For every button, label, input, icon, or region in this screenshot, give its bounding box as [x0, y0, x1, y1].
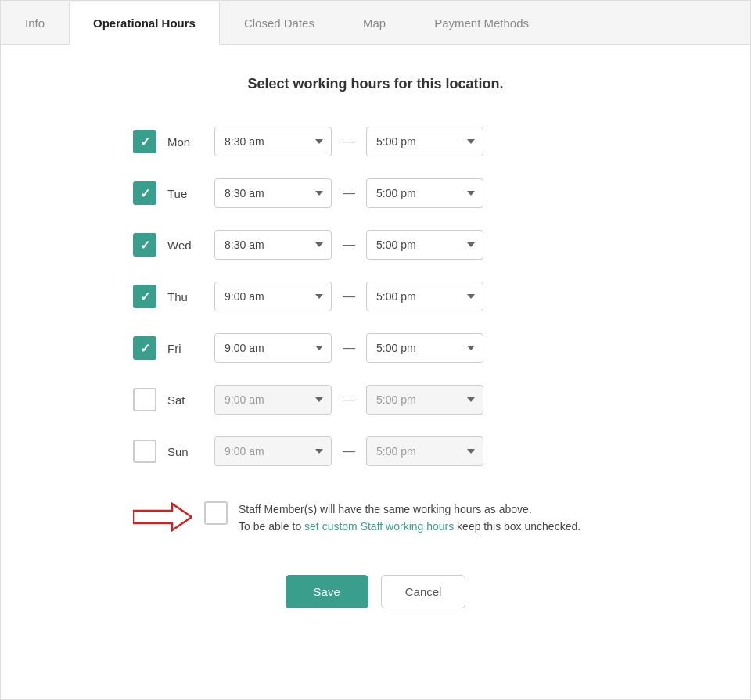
- day-label-sun: Sun: [167, 445, 214, 458]
- staff-custom-hours-link[interactable]: set custom Staff working hours: [304, 520, 454, 533]
- end-time-fri[interactable]: 8:00 am8:30 am9:00 am9:30 am10:00 am10:3…: [366, 333, 483, 363]
- checkbox-sat[interactable]: [133, 388, 156, 411]
- dash-sat: —: [343, 393, 355, 407]
- day-label-mon: Mon: [167, 135, 214, 149]
- day-label-wed: Wed: [167, 239, 214, 252]
- staff-text-line1: Staff Member(s) will have the same worki…: [239, 501, 580, 518]
- end-time-mon[interactable]: 8:00 am8:30 am9:00 am9:30 am10:00 am10:3…: [366, 127, 483, 156]
- start-time-sat[interactable]: 8:00 am8:30 am9:00 am9:30 am10:00 am10:3…: [214, 385, 332, 415]
- day-rows: Mon8:00 am8:30 am9:00 am9:30 am10:00 am1…: [133, 116, 618, 477]
- dash-thu: —: [343, 289, 355, 303]
- checkbox-wed[interactable]: [133, 233, 156, 257]
- day-row-tue: Tue8:00 am8:30 am9:00 am9:30 am10:00 am1…: [133, 167, 618, 219]
- tab-map[interactable]: Map: [339, 2, 410, 45]
- staff-text-line2: To be able to set custom Staff working h…: [239, 518, 580, 535]
- start-time-sun[interactable]: 8:00 am8:30 am9:00 am9:30 am10:00 am10:3…: [214, 436, 332, 466]
- day-row-mon: Mon8:00 am8:30 am9:00 am9:30 am10:00 am1…: [133, 116, 618, 167]
- staff-text: Staff Member(s) will have the same worki…: [239, 501, 580, 536]
- save-button[interactable]: Save: [286, 575, 368, 608]
- start-time-mon[interactable]: 8:00 am8:30 am9:00 am9:30 am10:00 am10:3…: [214, 127, 332, 156]
- checkbox-sun[interactable]: [133, 440, 156, 463]
- start-time-wed[interactable]: 8:00 am8:30 am9:00 am9:30 am10:00 am10:3…: [214, 230, 332, 260]
- arrow-indicator: [133, 502, 192, 532]
- tab-payment-methods[interactable]: Payment Methods: [410, 2, 553, 45]
- start-time-thu[interactable]: 8:00 am8:30 am9:00 am9:30 am10:00 am10:3…: [214, 282, 332, 311]
- staff-section: Staff Member(s) will have the same worki…: [133, 501, 618, 536]
- button-row: Save Cancel: [48, 575, 703, 608]
- checkbox-mon[interactable]: [133, 130, 156, 153]
- checkbox-fri[interactable]: [133, 336, 156, 360]
- end-time-sat[interactable]: 8:00 am8:30 am9:00 am9:30 am10:00 am10:3…: [366, 385, 483, 415]
- dash-wed: —: [343, 238, 355, 252]
- day-row-sun: Sun8:00 am8:30 am9:00 am9:30 am10:00 am1…: [133, 425, 618, 477]
- start-time-fri[interactable]: 8:00 am8:30 am9:00 am9:30 am10:00 am10:3…: [214, 333, 332, 363]
- end-time-thu[interactable]: 8:00 am8:30 am9:00 am9:30 am10:00 am10:3…: [366, 282, 483, 311]
- checkbox-tue[interactable]: [133, 181, 156, 205]
- tab-bar: Info Operational Hours Closed Dates Map …: [1, 1, 750, 45]
- day-row-wed: Wed8:00 am8:30 am9:00 am9:30 am10:00 am1…: [133, 219, 618, 271]
- checkbox-thu[interactable]: [133, 285, 156, 308]
- tab-info[interactable]: Info: [1, 2, 69, 45]
- end-time-sun[interactable]: 8:00 am8:30 am9:00 am9:30 am10:00 am10:3…: [366, 436, 483, 466]
- app-container: Info Operational Hours Closed Dates Map …: [0, 0, 751, 700]
- end-time-tue[interactable]: 8:00 am8:30 am9:00 am9:30 am10:00 am10:3…: [366, 178, 483, 208]
- day-label-thu: Thu: [167, 290, 214, 303]
- day-label-fri: Fri: [167, 342, 214, 355]
- tab-closed-dates[interactable]: Closed Dates: [220, 2, 339, 45]
- dash-sun: —: [343, 444, 355, 458]
- dash-mon: —: [343, 135, 355, 149]
- staff-same-hours-checkbox[interactable]: [204, 501, 228, 525]
- dash-fri: —: [343, 341, 355, 355]
- tab-operational-hours[interactable]: Operational Hours: [69, 2, 220, 45]
- start-time-tue[interactable]: 8:00 am8:30 am9:00 am9:30 am10:00 am10:3…: [214, 178, 332, 208]
- day-row-thu: Thu8:00 am8:30 am9:00 am9:30 am10:00 am1…: [133, 271, 618, 322]
- cancel-button[interactable]: Cancel: [381, 575, 466, 608]
- day-row-sat: Sat8:00 am8:30 am9:00 am9:30 am10:00 am1…: [133, 374, 618, 425]
- section-title: Select working hours for this location.: [48, 76, 703, 92]
- arrow-icon: [133, 502, 192, 532]
- dash-tue: —: [343, 186, 355, 200]
- svg-marker-0: [133, 504, 192, 530]
- end-time-wed[interactable]: 8:00 am8:30 am9:00 am9:30 am10:00 am10:3…: [366, 230, 483, 260]
- day-label-tue: Tue: [167, 187, 214, 200]
- content-area: Select working hours for this location. …: [1, 45, 750, 648]
- day-label-sat: Sat: [167, 393, 214, 407]
- day-row-fri: Fri8:00 am8:30 am9:00 am9:30 am10:00 am1…: [133, 322, 618, 374]
